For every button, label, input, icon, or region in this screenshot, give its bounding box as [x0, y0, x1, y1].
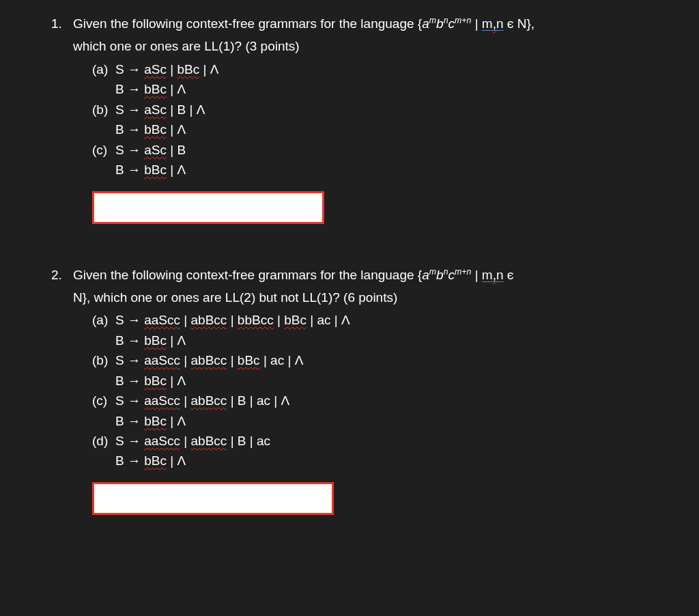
- sp: bBc: [144, 333, 167, 348]
- option-label: (c): [92, 140, 115, 160]
- b-pre: B →: [115, 374, 144, 388]
- mid: |: [227, 353, 238, 367]
- option-label: (a): [92, 310, 115, 330]
- sp: aSc: [144, 102, 167, 117]
- mid: |: [180, 434, 191, 448]
- sp: aaScc: [144, 434, 180, 448]
- q2-option-b: (b) S → aaScc | abBcc | bBc | ac | Λ: [92, 350, 648, 370]
- lang-m: m: [429, 16, 436, 25]
- tail: | ac | Λ: [260, 353, 304, 367]
- q2-answer-input[interactable]: [92, 482, 334, 515]
- text: Given the following context-free grammar…: [73, 268, 422, 282]
- tail: | Λ: [199, 62, 218, 76]
- mid: |: [274, 313, 285, 327]
- mid: |: [180, 353, 191, 367]
- q1-option-a: (a) S → aSc | bBc | Λ: [92, 59, 648, 79]
- option-label: (d): [92, 431, 115, 451]
- lang-condition: m,n: [482, 16, 504, 31]
- option-text: S → aSc | B: [115, 140, 186, 160]
- option-label: (b): [92, 100, 115, 120]
- sp: bBc: [284, 313, 306, 327]
- option-label: (a): [92, 59, 115, 79]
- s-pre: S →: [115, 62, 144, 76]
- question-number: 2.: [51, 265, 73, 515]
- sp: bbBcc: [238, 313, 274, 327]
- tail: | Λ: [167, 374, 186, 388]
- sp: bBc: [144, 122, 167, 137]
- q2-option-d-b: B → bBc | Λ: [92, 451, 648, 471]
- q1-prompt-line1: Given the following context-free grammar…: [73, 14, 648, 33]
- sp: abBcc: [191, 313, 227, 327]
- q2-prompt-line2: N}, which one or ones are LL(2) but not …: [73, 288, 648, 307]
- option-text: S → aaScc | abBcc | B | ac: [115, 431, 270, 451]
- sp: bBc: [144, 374, 167, 388]
- tail: | Λ: [167, 453, 186, 468]
- option-label: (c): [92, 391, 115, 410]
- tail: | Λ: [167, 333, 186, 348]
- option-text: S → aSc | bBc | Λ: [115, 59, 218, 79]
- sp: abBcc: [191, 434, 227, 448]
- b-pre: B →: [115, 453, 144, 468]
- tail: | Λ: [167, 82, 186, 96]
- lang-a: a: [422, 16, 429, 31]
- tail: | Λ: [167, 414, 186, 428]
- lang-m: m: [429, 266, 436, 276]
- tail: | B | ac: [227, 434, 270, 448]
- lang-bar: |: [471, 16, 482, 31]
- q2-option-c: (c) S → aaScc | abBcc | B | ac | Λ: [92, 391, 648, 410]
- b-pre: B →: [115, 333, 144, 348]
- question-list: 1. Given the following context-free gram…: [51, 14, 648, 515]
- lang-c: c: [448, 268, 455, 282]
- option-text: S → aSc | B | Λ: [115, 100, 205, 120]
- text: Given the following context-free grammar…: [73, 16, 422, 31]
- n: n: [496, 16, 504, 31]
- sp: aSc: [144, 62, 167, 76]
- tail: | Λ: [167, 122, 186, 137]
- question-number: 1.: [51, 14, 73, 224]
- tail: | B | Λ: [167, 102, 205, 117]
- q1-option-b: (b) S → aSc | B | Λ: [92, 100, 648, 120]
- mid: |: [167, 62, 177, 76]
- lang-n: n: [444, 16, 448, 25]
- n: n: [496, 268, 504, 282]
- question-1: 1. Given the following context-free gram…: [51, 14, 648, 224]
- q2-option-b-b: B → bBc | Λ: [92, 371, 648, 391]
- mid: |: [227, 313, 238, 327]
- b-pre: B →: [115, 414, 144, 428]
- lang-tail: є N},: [504, 16, 535, 31]
- mid: |: [180, 393, 191, 408]
- sp: bBc: [144, 82, 167, 96]
- q1-answer-input[interactable]: [92, 191, 324, 224]
- s-pre: S →: [115, 393, 144, 408]
- question-2: 2. Given the following context-free gram…: [51, 265, 648, 515]
- s-pre: S →: [115, 313, 144, 327]
- sp: bBc: [177, 62, 199, 76]
- q2-prompt-line1: Given the following context-free grammar…: [73, 265, 648, 285]
- tail: | B | ac | Λ: [227, 393, 289, 408]
- sp: abBcc: [191, 393, 227, 408]
- option-label: (b): [92, 350, 115, 370]
- question-body: Given the following context-free grammar…: [73, 14, 648, 224]
- m: m: [482, 16, 493, 31]
- page: 1. Given the following context-free gram…: [0, 0, 699, 583]
- s-pre: S →: [115, 353, 144, 367]
- s-pre: S →: [115, 102, 144, 117]
- q1-prompt-line2: which one or ones are LL(1)? (3 points): [73, 36, 648, 56]
- question-body: Given the following context-free grammar…: [73, 265, 648, 515]
- tail: | B: [167, 143, 186, 157]
- lang-c: c: [448, 16, 455, 31]
- sp: aSc: [144, 143, 167, 157]
- sp: aaScc: [144, 393, 180, 408]
- option-text: S → aaScc | abBcc | B | ac | Λ: [115, 391, 289, 410]
- option-text: S → aaScc | abBcc | bbBcc | bBc | ac | Λ: [115, 310, 350, 330]
- q1-option-c-b: B → bBc | Λ: [92, 160, 648, 180]
- sp: aaScc: [144, 353, 180, 367]
- q2-option-d: (d) S → aaScc | abBcc | B | ac: [92, 431, 648, 451]
- sp: bBc: [238, 353, 260, 367]
- m: m: [482, 268, 493, 282]
- lang-a: a: [422, 268, 429, 282]
- lang-mn: m+n: [455, 266, 471, 276]
- s-pre: S →: [115, 143, 144, 157]
- sp: bBc: [144, 453, 167, 468]
- q1-option-b-b: B → bBc | Λ: [92, 120, 648, 139]
